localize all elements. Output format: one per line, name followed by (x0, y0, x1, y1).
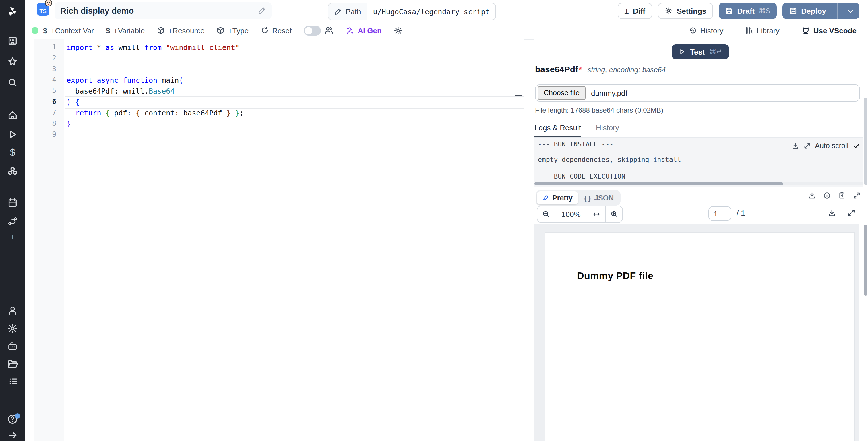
code-line[interactable] (67, 53, 244, 64)
sidebar: $ + (0, 0, 25, 441)
line-number: 9 (34, 129, 56, 140)
result-tab-pretty[interactable]: Pretty (537, 191, 578, 204)
expand-result-icon[interactable] (853, 192, 861, 199)
code-line[interactable]: return { pdf: { content: base64Pdf } }; (67, 107, 244, 118)
editor-settings-gear-icon[interactable] (394, 26, 402, 35)
pdf-expand-icon[interactable] (847, 209, 856, 217)
pdf-zoom-in-button[interactable] (606, 206, 623, 222)
save-icon (725, 7, 733, 15)
code-line[interactable]: } (67, 118, 244, 129)
code-content[interactable]: import * as wmill from "windmill-client"… (67, 42, 244, 140)
deploy-dropdown-caret[interactable] (842, 3, 859, 19)
draft-button[interactable]: Draft ⌘S (719, 3, 777, 19)
search-icon[interactable] (7, 78, 18, 88)
user-icon[interactable] (7, 305, 18, 316)
variables-dollar-icon[interactable]: $ (10, 148, 16, 158)
add-context-var-button[interactable]: $ +Context Var (43, 26, 94, 35)
top-header: TS Rich display demo Path u/HugoCasa/leg… (25, 0, 868, 22)
reset-button[interactable]: Reset (260, 26, 291, 35)
test-button[interactable]: Test ⌘↵ (672, 44, 729, 59)
pdf-viewer[interactable]: Dummy PDF file (534, 224, 859, 441)
home-icon[interactable] (7, 110, 18, 121)
history-button[interactable]: History (689, 26, 723, 35)
result-tab-json[interactable]: { } JSON (578, 194, 619, 202)
resources-cubes-icon[interactable] (7, 166, 18, 177)
runs-play-icon[interactable] (7, 129, 18, 140)
code-line[interactable]: export async function main( (67, 75, 244, 86)
folders-icon[interactable] (7, 359, 18, 370)
collab-toggle-group (304, 26, 334, 35)
settings-button[interactable]: Settings (658, 3, 713, 19)
tab-history[interactable]: History (596, 123, 619, 137)
favorites-star-icon[interactable] (7, 56, 18, 67)
line-number: 3 (34, 64, 56, 75)
log-horizontal-scrollbar-thumb[interactable] (534, 182, 783, 185)
vscode-cat-icon (801, 26, 810, 35)
collaboration-toggle[interactable] (304, 26, 321, 35)
editor-panel-divider[interactable] (524, 39, 524, 441)
choose-file-button[interactable]: Choose file (538, 86, 585, 100)
line-number: 1 (34, 42, 56, 53)
copy-clipboard-icon[interactable] (838, 192, 846, 199)
code-line[interactable] (67, 129, 244, 140)
audit-logs-list-icon[interactable] (7, 376, 18, 386)
download-result-icon[interactable] (808, 192, 816, 199)
panel-scrollbar-thumb[interactable] (864, 98, 867, 185)
pdf-zoom-out-button[interactable] (537, 206, 555, 222)
code-line[interactable]: ) { (67, 96, 244, 107)
status-green-dot (32, 27, 38, 34)
file-input[interactable]: Choose file dummy.pdf (535, 84, 860, 101)
edit-title-pencil-icon[interactable] (258, 7, 266, 14)
argument-type: string, encoding: base64 (588, 66, 665, 74)
path-badge[interactable]: Path u/HugoCasa/legendary_script (328, 3, 496, 20)
argument-row: base64Pdf* string, encoding: base64 (535, 64, 665, 74)
auto-scroll-label: Auto scroll (815, 142, 848, 150)
info-icon[interactable] (823, 192, 831, 199)
add-type-button[interactable]: +Type (217, 26, 249, 35)
add-plus-icon[interactable]: + (10, 232, 16, 242)
path-value: u/HugoCasa/legendary_script (367, 3, 495, 20)
sidebar-divider (0, 99, 25, 99)
code-line[interactable]: import * as wmill from "windmill-client" (67, 42, 244, 53)
schedules-calendar-icon[interactable] (7, 198, 18, 208)
windmill-logo-icon[interactable] (7, 6, 19, 17)
result-view-switcher: Pretty { } JSON (536, 190, 621, 206)
pdf-page-input[interactable]: 1 (708, 206, 732, 221)
diff-icon: ± (624, 6, 629, 16)
code-editor[interactable]: 123456789 import * as wmill from "windmi… (25, 39, 524, 441)
pdf-fit-width-button[interactable] (587, 206, 606, 222)
ai-gen-button[interactable]: AI Gen (346, 26, 382, 35)
magic-wand-icon (346, 26, 354, 35)
collapse-arrow-icon[interactable] (8, 430, 18, 440)
workers-robot-icon[interactable] (7, 341, 18, 352)
download-logs-icon[interactable] (792, 142, 799, 150)
log-overlay-controls: Auto scroll (792, 142, 860, 150)
apps-icon[interactable] (7, 36, 18, 46)
line-number: 2 (34, 53, 56, 64)
use-vscode-button[interactable]: Use VScode (801, 26, 857, 35)
pdf-download-icon[interactable] (828, 209, 836, 217)
add-variable-button[interactable]: $ +Variable (106, 26, 145, 35)
argument-name: base64Pdf* (535, 64, 582, 74)
flows-route-icon[interactable] (7, 216, 18, 226)
script-title-input[interactable]: Rich display demo (55, 2, 272, 19)
gear-icon (665, 7, 673, 15)
settings-gear-icon[interactable] (7, 323, 18, 334)
deploy-button[interactable]: Deploy (782, 3, 859, 19)
dollar-icon: $ (106, 27, 110, 34)
dollar-icon: $ (43, 27, 47, 34)
add-resource-button[interactable]: +Resource (157, 26, 205, 35)
line-number: 5 (34, 86, 56, 96)
auto-scroll-check-icon[interactable] (853, 142, 860, 149)
diff-button[interactable]: ± Diff (617, 3, 652, 19)
pdf-zoom-percent[interactable]: 100% (555, 206, 587, 222)
reset-icon (260, 26, 269, 34)
library-button[interactable]: Library (745, 26, 780, 35)
tab-logs-result[interactable]: Logs & Result (534, 123, 581, 137)
pdf-scrollbar-thumb[interactable] (864, 225, 867, 296)
code-line[interactable] (67, 64, 244, 75)
pdf-page-total: / 1 (737, 209, 745, 217)
save-icon (789, 7, 797, 15)
code-line[interactable]: base64Pdf: wmill.Base64 (67, 86, 244, 96)
expand-logs-icon[interactable] (803, 142, 810, 149)
